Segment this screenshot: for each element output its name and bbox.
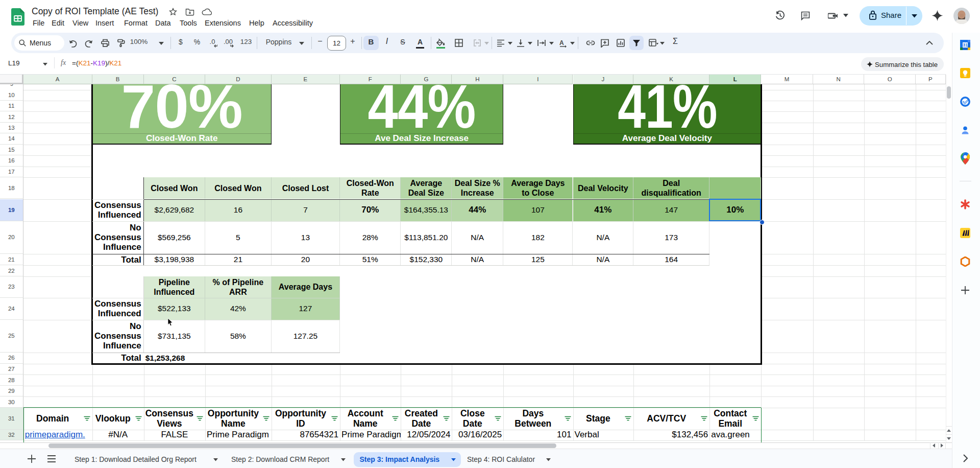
svg-text:A: A: [559, 39, 564, 46]
svg-text:31: 31: [963, 42, 968, 48]
